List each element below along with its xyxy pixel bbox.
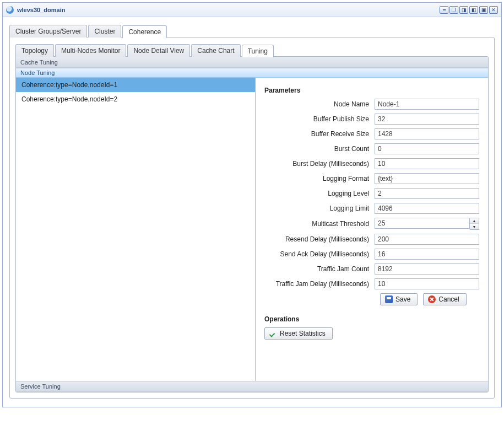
title-bar: wlevs30_domain ━ ❐ ◨ ◧ ▣ ✕ [3, 3, 501, 17]
row-burst-delay: Burst Delay (Milliseconds) [264, 158, 479, 169]
label-burst-count: Burst Count [264, 145, 375, 153]
reset-statistics-button[interactable]: Reset Statistics [264, 327, 333, 340]
input-resend-delay[interactable] [375, 234, 479, 245]
window-body: Cluster Groups/Server Cluster Coherence … [3, 17, 501, 407]
tab-multi-nodes-monitor[interactable]: Multi-Nodes Monitor [55, 44, 126, 57]
label-traffic-jam-delay: Traffic Jam Delay (Milliseconds) [264, 280, 375, 288]
row-resend-delay: Resend Delay (Milliseconds) [264, 234, 479, 245]
row-traffic-jam-delay: Traffic Jam Delay (Milliseconds) [264, 278, 479, 289]
tab-cluster[interactable]: Cluster [88, 25, 121, 37]
label-logging-format: Logging Format [264, 175, 375, 182]
node-item-2[interactable]: Coherence:type=Node,nodeId=2 [16, 92, 255, 106]
label-logging-level: Logging Level [264, 190, 375, 197]
input-buffer-publish-size[interactable] [375, 114, 479, 125]
spinner-buttons: ▲ ▼ [470, 218, 479, 230]
label-buffer-receive-size: Buffer Receive Size [264, 130, 375, 138]
tab-topology[interactable]: Topology [15, 44, 54, 57]
node-item-1[interactable]: Coherence:type=Node,nodeId=1 [16, 78, 255, 92]
save-button[interactable]: Save [380, 293, 418, 305]
cancel-button[interactable]: Cancel [423, 293, 466, 305]
restore-button[interactable]: ❐ [449, 6, 458, 14]
cancel-icon [428, 295, 436, 303]
globe-icon [6, 6, 14, 14]
reset-statistics-label: Reset Statistics [280, 330, 326, 337]
outer-tab-panel: Topology Multi-Nodes Monitor Node Detail… [9, 37, 495, 399]
minimize-button[interactable]: ━ [440, 6, 448, 14]
label-send-ack-delay: Send Ack Delay (Milliseconds) [264, 250, 375, 258]
node-list: Coherence:type=Node,nodeId=1 Coherence:t… [16, 78, 256, 381]
row-logging-limit: Logging Limit [264, 203, 479, 214]
input-send-ack-delay[interactable] [375, 249, 479, 260]
spinner-up[interactable]: ▲ [470, 218, 479, 224]
row-buffer-publish-size: Buffer Publish Size [264, 114, 479, 125]
input-node-name[interactable] [375, 99, 479, 110]
row-logging-format: Logging Format [264, 173, 479, 184]
input-buffer-receive-size[interactable] [375, 128, 479, 139]
node-tuning-content: Coherence:type=Node,nodeId=1 Coherence:t… [16, 78, 488, 381]
label-buffer-publish-size: Buffer Publish Size [264, 115, 375, 123]
window-controls: ━ ❐ ◨ ◧ ▣ ✕ [440, 6, 498, 14]
dock-left-button[interactable]: ◨ [459, 6, 468, 14]
close-button[interactable]: ✕ [489, 6, 498, 14]
save-button-label: Save [395, 295, 410, 303]
accordion-cache-tuning[interactable]: Cache Tuning [16, 57, 488, 68]
tab-cache-chart[interactable]: Cache Chart [191, 44, 240, 57]
inner-tabs: Topology Multi-Nodes Monitor Node Detail… [15, 44, 489, 57]
input-burst-count[interactable] [375, 143, 479, 154]
input-logging-format[interactable] [375, 173, 479, 184]
operations-title: Operations [264, 315, 479, 323]
input-logging-limit[interactable] [375, 203, 479, 214]
input-burst-delay[interactable] [375, 158, 479, 169]
app-window: wlevs30_domain ━ ❐ ◨ ◧ ▣ ✕ Cluster Group… [2, 2, 502, 407]
row-burst-count: Burst Count [264, 143, 479, 154]
row-buffer-receive-size: Buffer Receive Size [264, 128, 479, 139]
tuning-panel: Cache Tuning Node Tuning Coherence:type=… [15, 56, 489, 392]
maximize-button[interactable]: ▣ [479, 6, 488, 14]
tab-cluster-groups[interactable]: Cluster Groups/Server [9, 25, 87, 37]
label-traffic-jam-count: Traffic Jam Count [264, 265, 375, 273]
label-node-name: Node Name [264, 100, 375, 108]
label-resend-delay: Resend Delay (Milliseconds) [264, 235, 375, 243]
input-multicast-threshold[interactable] [375, 218, 470, 229]
save-icon [385, 295, 393, 303]
tab-coherence[interactable]: Coherence [122, 25, 167, 38]
accordion-node-tuning[interactable]: Node Tuning [16, 68, 488, 78]
check-icon [269, 330, 277, 337]
window-title: wlevs30_domain [17, 7, 440, 13]
tab-tuning[interactable]: Tuning [242, 45, 274, 57]
cancel-button-label: Cancel [438, 295, 459, 303]
row-logging-level: Logging Level [264, 188, 479, 199]
parameters-panel: Parameters Node Name Buffer Publish Size… [256, 78, 488, 381]
label-logging-limit: Logging Limit [264, 205, 375, 212]
parameters-title: Parameters [264, 87, 479, 94]
label-burst-delay: Burst Delay (Milliseconds) [264, 160, 375, 168]
row-traffic-jam-count: Traffic Jam Count [264, 263, 479, 275]
outer-tabs: Cluster Groups/Server Cluster Coherence [9, 25, 495, 37]
row-multicast-threshold: Multicast Threshold ▲ ▼ [264, 218, 479, 230]
input-traffic-jam-delay[interactable] [375, 278, 479, 289]
tab-node-detail-view[interactable]: Node Detail View [127, 44, 190, 57]
input-logging-level[interactable] [375, 188, 479, 199]
accordion-service-tuning[interactable]: Service Tuning [16, 381, 488, 392]
row-send-ack-delay: Send Ack Delay (Milliseconds) [264, 249, 479, 260]
input-traffic-jam-count[interactable] [375, 263, 479, 275]
dock-right-button[interactable]: ◧ [469, 6, 478, 14]
label-multicast-threshold: Multicast Threshold [264, 220, 375, 228]
save-cancel-row: Save Cancel [380, 293, 479, 305]
row-node-name: Node Name [264, 99, 479, 110]
spinner-down[interactable]: ▼ [470, 224, 479, 229]
